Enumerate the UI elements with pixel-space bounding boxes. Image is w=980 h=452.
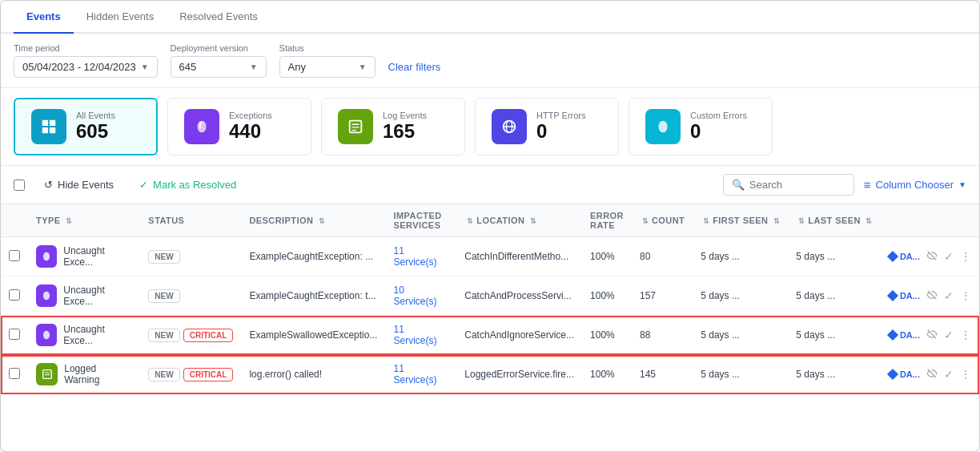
- last-seen-cell: 5 days ...: [788, 355, 881, 394]
- da-button[interactable]: DA...: [889, 330, 920, 340]
- type-icon: [36, 285, 57, 307]
- first-seen-cell: 5 days ...: [693, 355, 788, 394]
- sort-icon: ⇅: [773, 217, 780, 225]
- type-label: Uncaught Exce...: [63, 324, 132, 346]
- col-count: ⇅ COUNT: [632, 204, 693, 237]
- sort-icon: ⇅: [319, 217, 325, 225]
- last-seen-cell: 5 days ...: [788, 316, 881, 355]
- description-cell: ExampleCaughtException: ...: [241, 237, 385, 276]
- da-button[interactable]: DA...: [889, 369, 920, 379]
- status-badge-new: NEW: [148, 289, 179, 303]
- sort-icon: ⇅: [530, 217, 536, 225]
- deployment-value: 645: [179, 61, 197, 73]
- search-box[interactable]: 🔍: [723, 174, 854, 196]
- status-badge-critical: CRITICAL: [183, 368, 234, 381]
- sort-icon: ⇅: [467, 217, 473, 225]
- stat-exceptions[interactable]: Exceptions 440: [167, 98, 311, 155]
- row-checkbox[interactable]: [9, 289, 20, 301]
- error-rate-cell: 100%: [582, 237, 632, 276]
- da-button[interactable]: DA...: [889, 252, 920, 261]
- stat-custom-errors[interactable]: Custom Errors 0: [629, 98, 773, 155]
- time-period-select[interactable]: 05/04/2023 - 12/04/2023 ▼: [14, 56, 158, 78]
- tabs-bar: Events Hidden Events Resolved Events: [1, 1, 979, 34]
- diamond-icon: [887, 369, 898, 380]
- log-events-label: Log Events: [383, 111, 427, 120]
- first-seen-cell: 5 days ...: [693, 316, 788, 355]
- stats-bar: All Events 605 Exceptions 440 Log Events…: [1, 88, 979, 166]
- row-checkbox[interactable]: [9, 329, 20, 340]
- filters-bar: Time period 05/04/2023 - 12/04/2023 ▼ De…: [1, 34, 979, 88]
- exceptions-icon: [184, 109, 219, 144]
- events-table: TYPE ⇅ STATUS DESCRIPTION ⇅ IMPACTEDSERV…: [1, 204, 979, 394]
- status-select[interactable]: Any ▼: [279, 56, 376, 78]
- row-checkbox[interactable]: [9, 250, 20, 261]
- resolve-icon[interactable]: ✓: [944, 250, 954, 263]
- clear-filters-button[interactable]: Clear filters: [388, 61, 441, 78]
- check-icon: ✓: [139, 179, 148, 191]
- col-impacted: IMPACTEDSERVICES: [385, 204, 456, 237]
- count-cell: 157: [632, 276, 693, 316]
- last-seen-cell: 5 days ...: [788, 237, 881, 276]
- exceptions-label: Exceptions: [229, 111, 272, 120]
- action-icons: DA... ✓ ⋮: [889, 289, 971, 303]
- resolve-icon[interactable]: ✓: [944, 329, 954, 341]
- toolbar-right: 🔍 ≡ Column Chooser ▼: [723, 174, 966, 196]
- hide-events-button[interactable]: ↺ Hide Events: [38, 176, 120, 194]
- more-icon[interactable]: ⋮: [960, 250, 971, 263]
- status-value: Any: [288, 61, 306, 73]
- hide-icon[interactable]: [926, 368, 938, 381]
- search-input[interactable]: [749, 179, 845, 191]
- resolve-icon[interactable]: ✓: [944, 289, 954, 302]
- type-label: Uncaught Exce...: [63, 285, 132, 307]
- diamond-icon: [887, 329, 898, 341]
- row-checkbox[interactable]: [9, 368, 20, 379]
- hide-icon[interactable]: [926, 289, 938, 303]
- custom-errors-icon: [645, 109, 681, 144]
- diamond-icon: [887, 290, 898, 301]
- impacted-link[interactable]: 11 Service(s): [393, 245, 436, 268]
- tab-hidden-events[interactable]: Hidden Events: [74, 1, 167, 34]
- count-cell: 88: [632, 316, 693, 355]
- more-icon[interactable]: ⋮: [960, 329, 971, 341]
- hide-icon[interactable]: [926, 250, 938, 264]
- type-label: Uncaught Exce...: [63, 245, 132, 268]
- tab-resolved-events[interactable]: Resolved Events: [167, 1, 271, 34]
- col-description: DESCRIPTION ⇅: [241, 204, 385, 237]
- col-error-rate: ERRORRATE: [582, 204, 632, 237]
- da-button[interactable]: DA...: [889, 291, 920, 301]
- mark-resolved-button[interactable]: ✓ Mark as Resolved: [133, 176, 243, 194]
- status-label: Status: [279, 43, 376, 53]
- select-all-checkbox[interactable]: [14, 180, 25, 191]
- action-icons: DA... ✓ ⋮: [889, 329, 971, 342]
- http-errors-info: HTTP Errors 0: [536, 111, 586, 143]
- col-location: ⇅ LOCATION ⇅: [456, 204, 582, 237]
- resolve-icon[interactable]: ✓: [944, 368, 954, 381]
- stat-http-errors[interactable]: HTTP Errors 0: [475, 98, 619, 155]
- description-cell: log.error() called!: [241, 355, 385, 394]
- stat-all-events[interactable]: All Events 605: [14, 98, 158, 155]
- tab-events[interactable]: Events: [14, 1, 74, 34]
- description-cell: ExampleCaughtException: t...: [241, 276, 385, 316]
- impacted-link[interactable]: 11 Service(s): [393, 363, 436, 385]
- status-filter: Status Any ▼: [279, 43, 376, 78]
- diamond-icon: [887, 251, 898, 262]
- impacted-link[interactable]: 10 Service(s): [393, 285, 436, 307]
- col-status: STATUS: [140, 204, 241, 237]
- type-cell: Uncaught Exce...: [36, 324, 132, 346]
- impacted-link[interactable]: 11 Service(s): [393, 324, 436, 346]
- hide-icon: ↺: [44, 179, 53, 191]
- deployment-select[interactable]: 645 ▼: [171, 56, 267, 78]
- col-last-seen: ⇅ LAST SEEN ⇅: [788, 204, 881, 237]
- svg-rect-3: [50, 127, 55, 133]
- location-cell: CatchAndProcessServi...: [456, 276, 582, 316]
- type-cell: Uncaught Exce...: [36, 285, 132, 307]
- svg-rect-2: [42, 127, 48, 133]
- column-chooser-label: Column Chooser: [876, 179, 954, 191]
- column-chooser-button[interactable]: ≡ Column Chooser ▼: [864, 178, 966, 192]
- stat-log-events[interactable]: Log Events 165: [321, 98, 465, 155]
- more-icon[interactable]: ⋮: [960, 368, 971, 381]
- time-period-filter: Time period 05/04/2023 - 12/04/2023 ▼: [14, 43, 158, 78]
- more-icon[interactable]: ⋮: [960, 289, 971, 302]
- main-container: Events Hidden Events Resolved Events Tim…: [0, 0, 980, 452]
- hide-icon[interactable]: [926, 329, 938, 342]
